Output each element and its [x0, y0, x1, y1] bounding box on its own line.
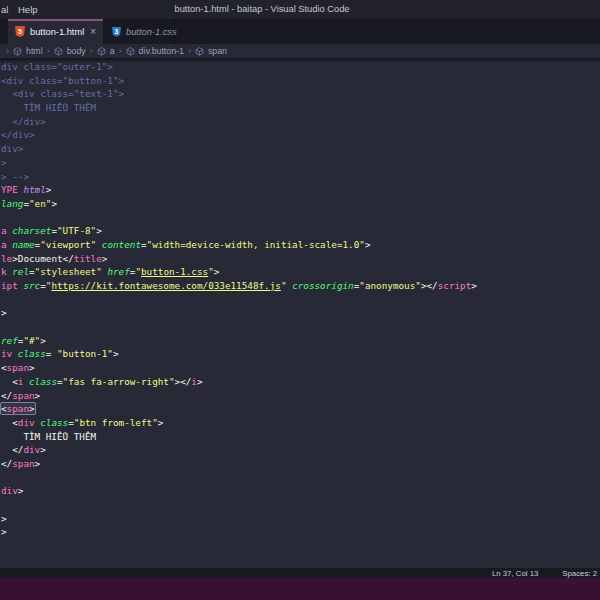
code-line: div>	[1, 484, 477, 498]
code-line: lang="en">	[1, 197, 477, 211]
title-bar: al Help button-1.html - baitap - Visual …	[0, 0, 600, 19]
tab-label: button-1.css	[126, 27, 177, 37]
breadcrumb-item-span[interactable]: span	[195, 46, 227, 56]
code-token: <	[1, 376, 18, 387]
tab-button-1.html[interactable]: 5button-1.html×	[8, 19, 104, 44]
editor[interactable]: div class="outer-1"><div class="button-1…	[0, 58, 600, 568]
code-token: "#"	[23, 335, 40, 346]
code-line	[1, 320, 477, 334]
code-line: <div class="btn from-left">	[1, 416, 477, 430]
close-icon[interactable]: ×	[90, 27, 96, 37]
symbol-cube-icon	[97, 47, 106, 56]
breadcrumb-separator: ›	[90, 46, 93, 56]
code-token: "button-1"	[57, 348, 113, 359]
code-token: class	[40, 417, 68, 428]
breadcrumb-label: div.button-1	[139, 46, 184, 56]
code-line: >	[1, 512, 477, 526]
code-token: <	[1, 417, 18, 428]
breadcrumb-separator: ›	[119, 46, 122, 56]
code-token: >	[113, 348, 119, 359]
code-token: >Document</	[12, 253, 74, 264]
code-token: span	[7, 362, 29, 373]
code-line: div>	[1, 142, 477, 156]
code-line: a name="viewport" content="width=device-…	[1, 238, 477, 252]
code-token: ipt	[1, 280, 23, 291]
code-line: ipt src="https://kit.fontawesome.com/033…	[1, 279, 477, 293]
code-token: >	[197, 376, 203, 387]
code-token: <div class="text-1">	[1, 88, 124, 99]
code-token: https://kit.fontawesome.com/033e11548f.j…	[51, 280, 281, 291]
code-token: </div>	[1, 116, 46, 127]
code-token: =	[46, 348, 57, 359]
code-line: <i class="fas fa-arrow-right"></i>	[1, 375, 477, 389]
breadcrumb-separator: ›	[188, 46, 191, 56]
code-token: YPE	[1, 184, 18, 195]
html5-icon: 5	[15, 26, 25, 37]
tab-bar: 5button-1.html×3button-1.css	[0, 19, 600, 44]
code-line: >	[1, 306, 477, 320]
code-line: TÌM HIỂU THÊM	[1, 101, 477, 115]
code-token: span	[7, 403, 29, 414]
breadcrumb-item-div.button-1[interactable]: div.button-1	[126, 46, 184, 56]
symbol-cube-icon	[126, 47, 135, 56]
code-token: "fas fa-arrow-right"	[63, 376, 175, 387]
code-token: "btn from-left"	[74, 417, 158, 428]
code-line: <div class="button-1">	[1, 74, 477, 88]
code-token: "anonymous"	[359, 280, 421, 291]
code-token: >	[365, 239, 371, 250]
code-token: <div class="button-1">	[1, 75, 124, 86]
code-token: a	[1, 225, 12, 236]
code-token: "stylesheet"	[35, 266, 102, 277]
code-token: i	[18, 376, 29, 387]
code-token: >	[35, 390, 41, 401]
breadcrumb-label: a	[110, 46, 115, 56]
code-token: >	[214, 266, 220, 277]
code-token: >	[471, 280, 477, 291]
breadcrumb-item-a[interactable]: a	[97, 46, 115, 56]
code-line: div class="outer-1">	[1, 60, 477, 74]
code-line: <span>	[1, 402, 477, 416]
code-token: class	[29, 376, 57, 387]
code-token: "width=device-width, initial-scale=1.0"	[147, 239, 365, 250]
code-token: href	[107, 266, 129, 277]
code-line: </span>	[1, 457, 477, 471]
code-line	[1, 498, 477, 512]
code-token: >	[102, 253, 108, 264]
code-line: YPE html>	[1, 183, 477, 197]
code-token: k	[1, 266, 12, 277]
code-line: a charset="UTF-8">	[1, 224, 477, 238]
code-line: </div>	[1, 115, 477, 129]
code-token: >	[1, 307, 7, 318]
tab-label: button-1.html	[30, 27, 84, 37]
breadcrumb-item-body[interactable]: body	[54, 46, 86, 56]
code-line	[1, 471, 477, 485]
code-line: </div>	[1, 128, 477, 142]
code-token: "UTF-8"	[57, 225, 96, 236]
code-token: span	[12, 458, 34, 469]
code-line: </span>	[1, 389, 477, 403]
code-token: html	[18, 184, 46, 195]
window-title: button-1.html - baitap - Visual Studio C…	[0, 4, 562, 14]
code-line: le>Document</title>	[1, 252, 477, 266]
code-token: "viewport"	[40, 239, 96, 250]
code-token: iv	[1, 348, 18, 359]
code-token: name	[12, 239, 34, 250]
code-token: >	[96, 225, 102, 236]
code-line: >	[1, 525, 477, 539]
code-token: ref	[1, 335, 18, 346]
code-token: div	[18, 417, 40, 428]
code-area[interactable]: div class="outer-1"><div class="button-1…	[1, 60, 477, 539]
code-token: crossorigin	[292, 280, 354, 291]
text-cursor	[35, 403, 36, 414]
code-token: </	[1, 444, 23, 455]
status-item[interactable]: Spaces: 2	[562, 569, 597, 578]
selection-highlight-box: <span>	[1, 403, 35, 414]
tab-button-1.css[interactable]: 3button-1.css	[105, 19, 175, 44]
status-item[interactable]: Ln 37, Col 13	[492, 569, 538, 578]
code-token: content	[102, 239, 141, 250]
code-line: k rel="stylesheet" href="button-1.css">	[1, 265, 477, 279]
breadcrumb-item-html[interactable]: html	[13, 46, 43, 56]
code-line: <div class="text-1">	[1, 87, 477, 101]
code-token: div class="outer-1">	[1, 61, 113, 72]
code-line	[1, 211, 477, 225]
